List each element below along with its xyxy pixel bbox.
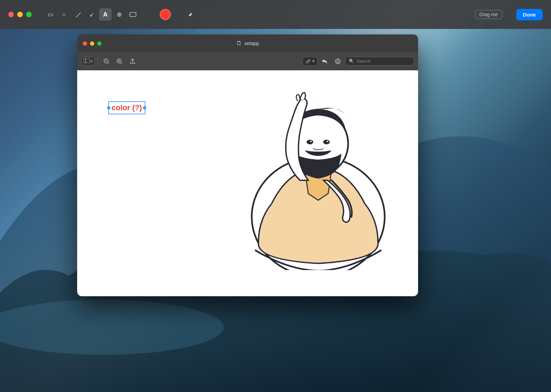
arrow-tool-button[interactable]: ↙ xyxy=(85,8,98,21)
crosshair-tool-button[interactable]: ⊕ xyxy=(113,8,125,21)
circle-tool-button[interactable]: ○ xyxy=(58,8,70,21)
os-titlebar: ▭ ○ — ↙ A ⊕ ✒ Drag me Done xyxy=(0,0,551,29)
svg-line-8 xyxy=(108,63,109,64)
svg-point-22 xyxy=(306,140,313,145)
character-illustration xyxy=(236,77,401,270)
app-titlebar: 🗒 setapp xyxy=(77,34,418,52)
app-minimize-button[interactable] xyxy=(90,41,94,46)
svg-rect-1 xyxy=(130,12,136,17)
app-close-button[interactable] xyxy=(83,41,87,46)
zoom-out-button[interactable] xyxy=(101,56,112,66)
selection-handle-left[interactable] xyxy=(107,106,111,110)
selection-handle-right[interactable] xyxy=(143,106,146,110)
app-traffic-lights xyxy=(83,41,102,46)
svg-rect-4 xyxy=(84,58,90,63)
canvas-area[interactable]: color (?) xyxy=(77,70,418,296)
navigate-back-button[interactable] xyxy=(319,56,331,66)
os-traffic-lights xyxy=(8,12,32,17)
zoom-in-button[interactable] xyxy=(114,56,125,66)
pen-tool-button[interactable]: ✒ xyxy=(182,6,200,23)
done-button[interactable]: Done xyxy=(516,9,543,20)
frame-tool-button[interactable] xyxy=(127,8,139,21)
annotation-text-box[interactable]: color (?) xyxy=(108,101,145,114)
rectangle-tool-button[interactable]: ▭ xyxy=(44,8,56,21)
app-maximize-button[interactable] xyxy=(97,41,102,46)
sidebar-toggle-button[interactable]: ▾ xyxy=(81,56,95,66)
svg-line-13 xyxy=(309,60,310,61)
app-title-icon: 🗒 xyxy=(236,40,242,47)
app-toolbar: ▾ xyxy=(77,52,418,70)
annotation-button[interactable] xyxy=(332,56,344,66)
app-window: 🗒 setapp ▾ xyxy=(77,34,418,296)
drag-me-label[interactable]: Drag me xyxy=(475,10,502,19)
sidebar-dropdown-icon: ▾ xyxy=(91,59,92,63)
sidebar-toggle-icon xyxy=(84,58,90,64)
os-annotation-tools: ▭ ○ — ↙ A ⊕ xyxy=(44,8,139,21)
share-button[interactable] xyxy=(127,56,138,66)
search-icon: 🔍 xyxy=(349,59,354,64)
record-button[interactable] xyxy=(160,9,171,20)
svg-line-12 xyxy=(121,63,122,64)
pen-dropdown-button[interactable]: ▾ xyxy=(302,57,318,66)
search-input[interactable] xyxy=(356,59,410,64)
app-title-text: setapp xyxy=(245,41,259,46)
svg-point-23 xyxy=(323,140,330,145)
app-title: 🗒 setapp xyxy=(236,40,259,47)
svg-point-15 xyxy=(337,60,339,62)
os-maximize-button[interactable] xyxy=(26,12,32,17)
annotation-text: color (?) xyxy=(112,103,142,112)
os-minimize-button[interactable] xyxy=(17,12,23,17)
pen-dropdown-arrow: ▾ xyxy=(312,59,314,63)
toolbar-separator-1 xyxy=(97,57,98,65)
line-tool-button[interactable]: — xyxy=(69,6,87,23)
svg-point-24 xyxy=(310,141,312,142)
svg-point-25 xyxy=(326,141,329,142)
search-box: 🔍 xyxy=(345,57,414,65)
text-tool-button[interactable]: A xyxy=(99,8,112,21)
os-close-button[interactable] xyxy=(8,12,14,17)
